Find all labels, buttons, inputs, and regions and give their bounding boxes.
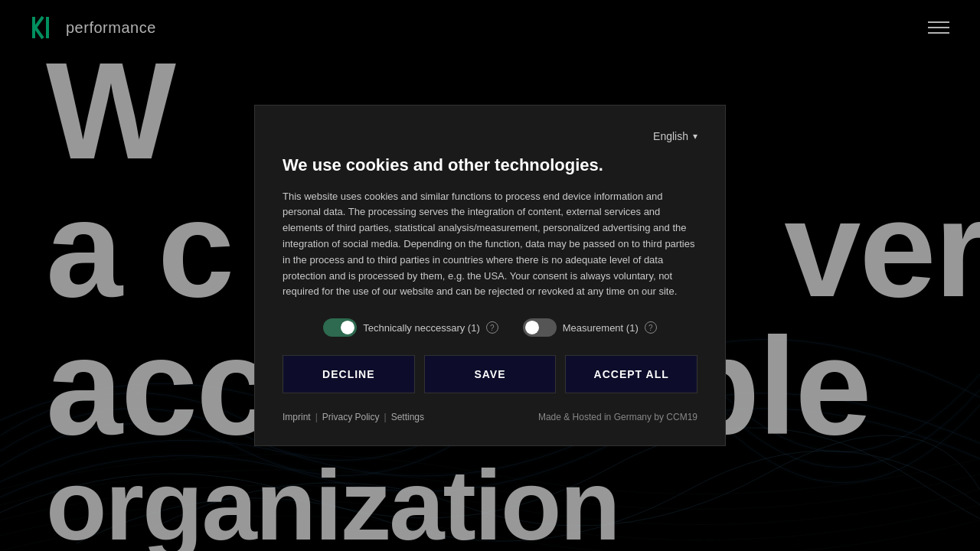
footer-sep-2: | (384, 412, 387, 422)
toggle-necessary-label: Technically neccessary (1) (363, 322, 479, 334)
language-selector[interactable]: English ▾ (283, 130, 697, 142)
cookie-toggles: Technically neccessary (1) ? Measurement… (283, 318, 697, 337)
toggle-group-necessary: Technically neccessary (1) ? (323, 318, 498, 337)
modal-buttons: DECLINE SAVE ACCEPT ALL (283, 355, 697, 393)
footer-credit: Made & Hosted in Germany by CCM19 (538, 412, 697, 422)
toggle-thumb-measurement (525, 321, 539, 334)
footer-sep-1: | (315, 412, 318, 422)
imprint-link[interactable]: Imprint (283, 412, 311, 422)
modal-title: We use cookies and other technologies. (283, 155, 697, 177)
toggle-group-measurement: Measurement (1) ? (523, 318, 657, 337)
toggle-thumb-necessary (341, 321, 354, 334)
settings-link[interactable]: Settings (391, 412, 424, 422)
language-dropdown-arrow: ▾ (693, 131, 697, 142)
language-label: English (653, 130, 688, 142)
privacy-policy-link[interactable]: Privacy Policy (322, 412, 380, 422)
modal-body-text: This website uses cookies and similar fu… (283, 189, 697, 301)
toggle-necessary[interactable] (323, 318, 357, 337)
footer-links: Imprint | Privacy Policy | Settings (283, 412, 424, 422)
save-button[interactable]: SAVE (424, 355, 557, 393)
accept-all-button[interactable]: ACCEPT ALL (565, 355, 697, 393)
modal-footer: Imprint | Privacy Policy | Settings Made… (283, 412, 697, 422)
decline-button[interactable]: DECLINE (283, 355, 415, 393)
toggle-measurement-label: Measurement (1) (563, 322, 639, 334)
cookie-consent-modal: English ▾ We use cookies and other techn… (254, 105, 726, 446)
toggle-necessary-help[interactable]: ? (486, 321, 498, 334)
toggle-measurement-help[interactable]: ? (645, 321, 657, 334)
toggle-measurement[interactable] (523, 318, 557, 337)
